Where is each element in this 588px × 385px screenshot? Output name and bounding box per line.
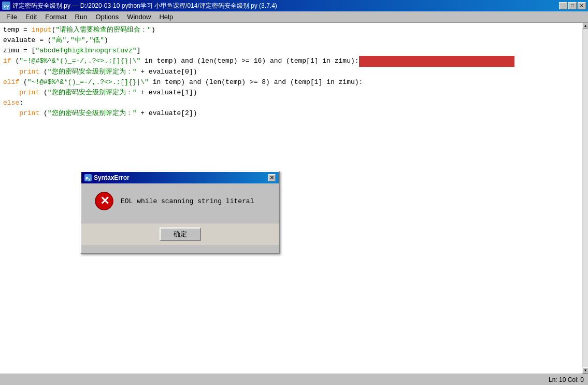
- menu-run[interactable]: Run: [71, 12, 92, 22]
- scroll-track: [582, 29, 588, 367]
- dialog-content: ✕ EOL while scanning string literal: [90, 192, 270, 210]
- svg-text:Py: Py: [85, 176, 91, 181]
- menu-format[interactable]: Format: [41, 12, 70, 22]
- svg-text:Py: Py: [4, 4, 9, 9]
- title-controls: _ □ ✕: [559, 2, 586, 9]
- menu-edit[interactable]: Edit: [21, 12, 41, 22]
- syntax-error-dialog[interactable]: Py SyntaxError ✕ ✕ EOL while scanning st…: [80, 171, 280, 254]
- dialog-footer: 确定: [81, 223, 279, 245]
- code-line-8: else:: [3, 98, 579, 108]
- window-title: 评定密码安全级别.py — D:/2020-03-10 python学习 小甲鱼…: [12, 2, 277, 10]
- dialog-app-icon: Py: [84, 174, 92, 181]
- code-line-2: evaluate = ("高","中","低"): [3, 35, 579, 46]
- dialog-message-text: EOL while scanning string literal: [121, 197, 254, 205]
- svg-text:✕: ✕: [100, 194, 109, 207]
- scroll-up-button[interactable]: ▲: [582, 23, 588, 29]
- menu-options[interactable]: Options: [91, 12, 123, 22]
- ok-button[interactable]: 确定: [160, 227, 201, 241]
- scroll-down-button[interactable]: ▼: [582, 367, 588, 374]
- title-bar: Py 评定密码安全级别.py — D:/2020-03-10 python学习 …: [0, 0, 588, 11]
- code-line-9: print ("您的密码安全级别评定为：" + evaluate[2]): [3, 108, 579, 119]
- dialog-body: ✕ EOL while scanning string literal: [81, 183, 279, 223]
- code-line-7: print ("您的密码安全级别评定为：" + evaluate[1]): [3, 88, 579, 98]
- code-line-3: zimu = ["abcdefghigklmnopqrstuvz"]: [3, 46, 579, 56]
- code-line-6: elif ("~!@#$%^&*()_=-/,.?<>.:[]{}|\" in …: [3, 77, 579, 88]
- status-bar: Ln: 10 Col: 0: [0, 374, 588, 385]
- status-text: Ln: 10 Col: 0: [549, 376, 584, 383]
- dialog-title-bar: Py SyntaxError ✕: [81, 172, 279, 183]
- menu-file[interactable]: File: [2, 12, 21, 22]
- dialog-close-button[interactable]: ✕: [268, 174, 276, 181]
- menu-bar: File Edit Format Run Options Window Help: [0, 11, 588, 23]
- scrollbar-right[interactable]: ▲ ▼: [582, 23, 588, 374]
- code-line-4: if ("~!@#$%^&*()_=-/,.?<>.:[]{}|\" in te…: [3, 56, 579, 66]
- close-button[interactable]: ✕: [578, 2, 586, 9]
- code-line-1: temp = input("请输入需要检查的密码组合："): [3, 25, 579, 35]
- maximize-button[interactable]: □: [568, 2, 577, 9]
- error-icon: ✕: [95, 192, 113, 210]
- minimize-button[interactable]: _: [559, 2, 567, 9]
- menu-window[interactable]: Window: [123, 12, 155, 22]
- menu-help[interactable]: Help: [155, 12, 177, 22]
- dialog-title-text: SyntaxError: [94, 174, 130, 181]
- app-icon: Py: [2, 2, 10, 10]
- title-left: Py 评定密码安全级别.py — D:/2020-03-10 python学习 …: [2, 2, 277, 10]
- code-line-5: print ("您的密码安全级别评定为：" + evaluate[0]): [3, 67, 579, 77]
- dialog-title-left: Py SyntaxError: [84, 174, 130, 181]
